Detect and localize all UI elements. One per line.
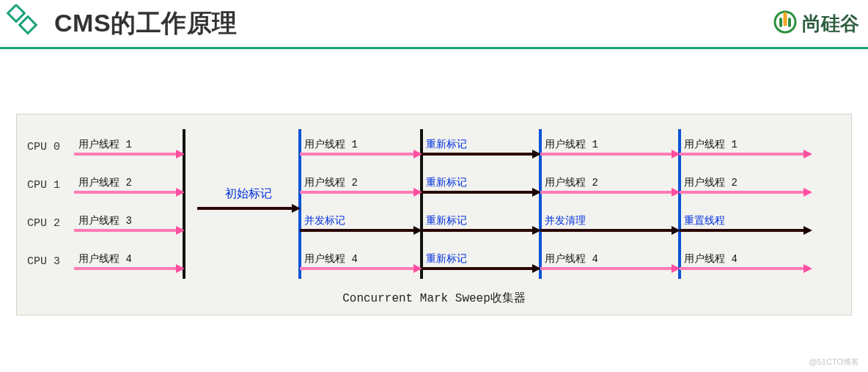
user-thread-arrow (540, 152, 680, 156)
arrow-label: 重新标记 (422, 176, 540, 189)
cpu-label: CPU 0 (26, 141, 74, 153)
initial-mark-label: 初始标记 (197, 186, 300, 202)
user-thread-arrow (300, 190, 422, 194)
user-thread-arrow (300, 152, 422, 156)
diagram-row: CPU 3 用户线程 4 用户线程 4 重新标记 用户线程 4 用户线程 4 (26, 242, 842, 280)
arrow-label: 用户线程 4 (74, 252, 184, 266)
gc-thread-arrow (422, 152, 540, 156)
slide-header: CMS的工作原理 尚硅谷 (0, 0, 868, 49)
gc-thread-arrow (680, 228, 812, 233)
cpu-label: CPU 3 (26, 255, 74, 268)
arrow-label: 重新标记 (422, 214, 540, 227)
cpu-label: CPU 2 (26, 217, 74, 230)
cms-diagram: CPU 0 用户线程 1 用户线程 1 重新标记 用户线程 1 用户线程 1 C… (16, 114, 852, 316)
user-thread-arrow (680, 266, 812, 271)
diagram-row: CPU 1 用户线程 2 初始标记 用户线程 2 重新标记 用户线程 2 用户线… (26, 166, 842, 204)
gc-thread-arrow (422, 228, 540, 233)
svg-rect-1 (20, 17, 37, 34)
arrow-label: 用户线程 4 (300, 252, 422, 266)
user-thread-arrow (540, 266, 680, 271)
arrow-label: 重新标记 (422, 252, 540, 266)
gc-thread-arrow (300, 228, 422, 233)
watermark: @51CTO博客 (809, 357, 859, 368)
arrow-label: 用户线程 2 (300, 176, 422, 189)
header-left: CMS的工作原理 (3, 4, 238, 43)
cpu-label: CPU 1 (26, 179, 74, 192)
arrow-label: 并发标记 (300, 214, 422, 227)
brand: 尚硅谷 (773, 10, 859, 37)
arrow-label: 用户线程 1 (540, 138, 680, 151)
svg-rect-0 (8, 5, 25, 22)
arrow-label: 用户线程 4 (540, 252, 680, 266)
gc-thread-arrow (197, 206, 300, 211)
user-thread-arrow (680, 190, 812, 194)
user-thread-arrow (74, 228, 184, 233)
arrow-label: 用户线程 2 (540, 176, 680, 189)
user-thread-arrow (74, 152, 184, 156)
gc-thread-arrow (422, 266, 540, 271)
brand-logo-icon (773, 10, 798, 37)
arrow-label: 重置线程 (680, 214, 812, 227)
user-thread-arrow (74, 190, 184, 194)
arrow-label: 重新标记 (422, 138, 540, 151)
arrow-label: 用户线程 3 (74, 214, 184, 227)
user-thread-arrow (540, 190, 680, 194)
user-thread-arrow (74, 266, 184, 271)
diamond-icon (3, 4, 41, 43)
diagram-row: CPU 2 用户线程 3 并发标记 重新标记 并发清理 重置线程 (26, 204, 842, 242)
diagram-inner: CPU 0 用户线程 1 用户线程 1 重新标记 用户线程 1 用户线程 1 C… (26, 128, 842, 280)
slide-title: CMS的工作原理 (54, 7, 238, 40)
arrow-label: 用户线程 2 (74, 176, 184, 189)
user-thread-arrow (300, 266, 422, 271)
user-thread-arrow (680, 152, 812, 156)
arrow-label: 用户线程 4 (680, 252, 812, 266)
arrow-label: 并发清理 (540, 214, 680, 227)
gc-thread-arrow (540, 228, 680, 233)
arrow-label: 用户线程 1 (300, 138, 422, 151)
arrow-label: 用户线程 1 (74, 138, 184, 151)
brand-text: 尚硅谷 (802, 11, 859, 37)
arrow-label: 用户线程 1 (680, 138, 812, 151)
diagram-caption: Concurrent Mark Sweep收集器 (26, 280, 842, 309)
gc-thread-arrow (422, 190, 540, 194)
arrow-label: 用户线程 2 (680, 176, 812, 189)
diagram-row: CPU 0 用户线程 1 用户线程 1 重新标记 用户线程 1 用户线程 1 (26, 128, 842, 166)
